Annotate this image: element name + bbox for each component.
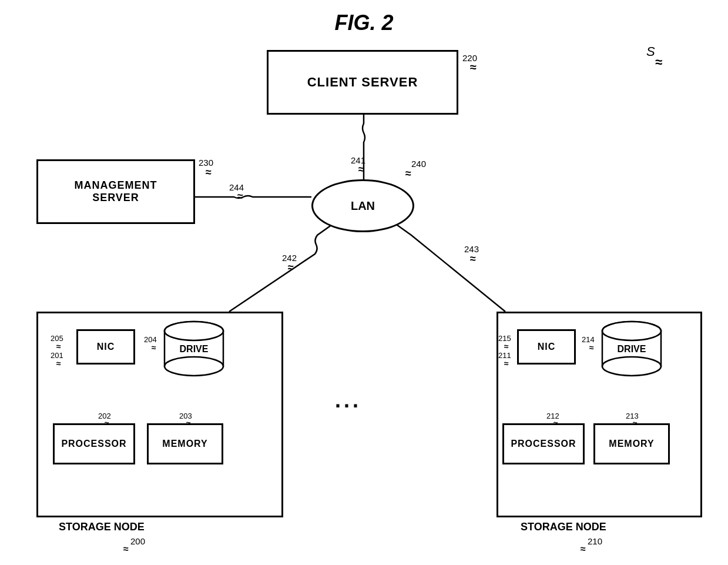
- squiggle-213: ≈: [633, 419, 638, 428]
- lan-ellipse: LAN: [311, 179, 414, 232]
- nic-2-box: NIC: [517, 329, 576, 365]
- ref-240: 240: [411, 159, 426, 169]
- ref-210: 210: [588, 536, 602, 546]
- memory-2-label: MEMORY: [609, 439, 654, 449]
- squiggle-242: ≈: [288, 262, 294, 274]
- squiggle-220: ≈: [470, 61, 477, 74]
- squiggle-240: ≈: [405, 168, 411, 180]
- squiggle-212: ≈: [553, 419, 558, 428]
- squiggle-202: ≈: [105, 419, 109, 428]
- svg-point-18: [602, 322, 661, 340]
- squiggle-200: ≈: [123, 544, 129, 554]
- storage-node-1-box: [36, 312, 283, 517]
- storage-node-2-label: STORAGE NODE: [521, 521, 606, 533]
- svg-point-12: [165, 357, 223, 376]
- memory-2-box: MEMORY: [593, 423, 670, 464]
- squiggle-205: ≈: [56, 342, 61, 351]
- squiggle-215: ≈: [504, 342, 509, 351]
- svg-text:DRIVE: DRIVE: [180, 344, 209, 354]
- management-server-box: MANAGEMENT SERVER: [36, 159, 195, 224]
- storage-node-1-label: STORAGE NODE: [59, 521, 145, 533]
- client-server-label: CLIENT SERVER: [307, 75, 418, 90]
- squiggle-s: ≈: [655, 55, 662, 70]
- nic-1-label: NIC: [97, 342, 115, 352]
- ellipsis: ...: [335, 388, 361, 413]
- memory-1-box: MEMORY: [147, 423, 223, 464]
- svg-point-13: [165, 322, 223, 340]
- processor-2-label: PROCESSOR: [511, 439, 576, 449]
- processor-1-box: PROCESSOR: [53, 423, 135, 464]
- drive-1-svg: DRIVE: [162, 320, 226, 379]
- squiggle-210: ≈: [581, 544, 586, 554]
- drive-2-container: DRIVE: [599, 320, 664, 382]
- squiggle-241: ≈: [358, 163, 364, 176]
- processor-1-label: PROCESSOR: [61, 439, 126, 449]
- squiggle-244: ≈: [237, 190, 243, 203]
- management-server-label: MANAGEMENT SERVER: [75, 179, 157, 204]
- squiggle-204: ≈: [152, 343, 156, 352]
- figure-title: FIG. 2: [334, 11, 393, 35]
- lan-label: LAN: [351, 199, 375, 213]
- s-label: S: [646, 44, 655, 59]
- drive-1-container: DRIVE: [162, 320, 226, 382]
- nic-2-label: NIC: [538, 342, 556, 352]
- diagram-container: FIG. 2 CLI: [0, 0, 728, 565]
- processor-2-box: PROCESSOR: [502, 423, 585, 464]
- squiggle-214: ≈: [589, 343, 594, 352]
- memory-1-label: MEMORY: [162, 439, 207, 449]
- squiggle-203: ≈: [186, 419, 191, 428]
- squiggle-243: ≈: [470, 253, 476, 265]
- svg-text:DRIVE: DRIVE: [618, 344, 646, 354]
- squiggle-230: ≈: [206, 166, 212, 179]
- squiggle-211: ≈: [504, 359, 509, 368]
- nic-1-box: NIC: [76, 329, 135, 365]
- drive-2-svg: DRIVE: [599, 320, 664, 379]
- svg-point-17: [602, 357, 661, 376]
- squiggle-201: ≈: [56, 359, 61, 368]
- client-server-box: CLIENT SERVER: [267, 50, 458, 115]
- ref-200: 200: [130, 536, 145, 546]
